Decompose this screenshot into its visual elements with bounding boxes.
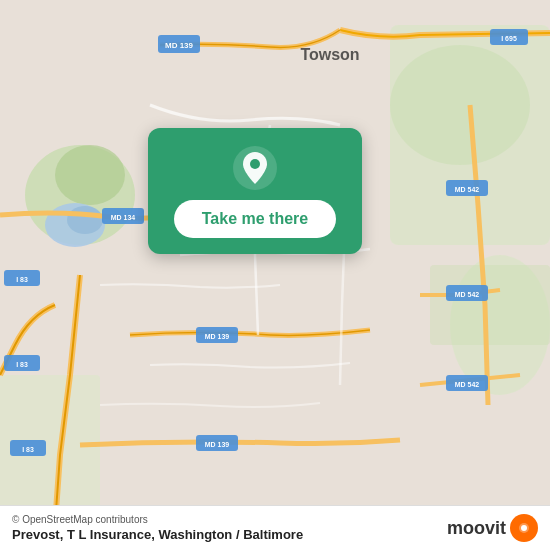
svg-point-4 (390, 45, 530, 165)
take-me-there-button[interactable]: Take me there (174, 200, 336, 238)
map-background: MD 139 I 695 MD 134 I 83 I 83 I 83 MD 13… (0, 0, 550, 550)
moovit-text: moovit (447, 518, 506, 539)
svg-rect-7 (430, 265, 550, 345)
svg-text:MD 139: MD 139 (205, 441, 230, 448)
moovit-icon (510, 514, 538, 542)
svg-text:MD 542: MD 542 (455, 381, 480, 388)
svg-text:MD 542: MD 542 (455, 291, 480, 298)
svg-text:I 695: I 695 (501, 35, 517, 42)
map-container: MD 139 I 695 MD 134 I 83 I 83 I 83 MD 13… (0, 0, 550, 550)
svg-text:Towson: Towson (300, 46, 359, 63)
svg-text:MD 139: MD 139 (205, 333, 230, 340)
bottom-bar: © OpenStreetMap contributors Prevost, T … (0, 505, 550, 550)
svg-text:I 83: I 83 (16, 276, 28, 283)
osm-attribution: © OpenStreetMap contributors (12, 514, 303, 525)
svg-point-38 (521, 525, 527, 531)
svg-point-35 (250, 159, 260, 169)
svg-text:MD 542: MD 542 (455, 186, 480, 193)
svg-point-2 (55, 145, 125, 205)
svg-text:I 83: I 83 (16, 361, 28, 368)
place-title: Prevost, T L Insurance, Washington / Bal… (12, 527, 303, 542)
svg-point-9 (67, 206, 103, 234)
svg-text:MD 139: MD 139 (165, 41, 194, 50)
popup-card: Take me there (148, 128, 362, 254)
svg-text:I 83: I 83 (22, 446, 34, 453)
svg-text:MD 134: MD 134 (111, 214, 136, 221)
bottom-left-info: © OpenStreetMap contributors Prevost, T … (12, 514, 303, 542)
moovit-logo: moovit (447, 514, 538, 542)
location-pin-icon (233, 146, 277, 190)
